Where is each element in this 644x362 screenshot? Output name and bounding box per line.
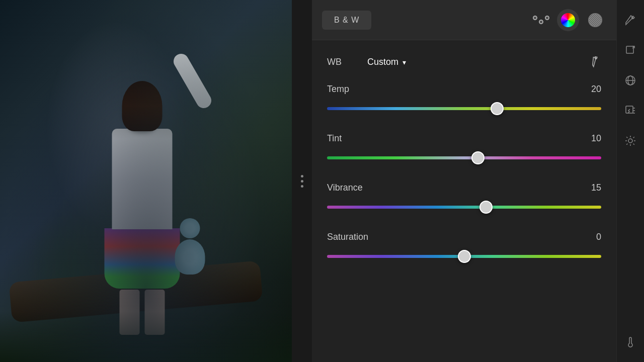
photo-image <box>0 0 292 362</box>
chevron-down-icon: ▾ <box>403 58 406 66</box>
grain-icon <box>588 13 602 27</box>
temp-track <box>327 107 601 110</box>
bw-button[interactable]: B & W <box>322 11 371 30</box>
mixer-icon <box>533 16 549 24</box>
saturation-thumb[interactable] <box>458 250 471 263</box>
svg-line-10 <box>626 137 627 138</box>
right-panel: B & W WB <box>312 0 644 362</box>
svg-rect-0 <box>626 46 633 53</box>
saturation-value: 0 <box>596 232 601 242</box>
vibrance-label: Vibrance <box>327 183 363 193</box>
svg-line-11 <box>633 144 634 145</box>
dot-1 <box>301 175 303 177</box>
eyedropper-side-icon[interactable] <box>620 10 640 30</box>
thermometer-icon[interactable] <box>620 332 640 352</box>
vibrance-value: 15 <box>591 183 601 193</box>
temp-slider[interactable] <box>327 102 601 116</box>
dot-2 <box>301 180 303 183</box>
eyedropper-button[interactable] <box>588 53 604 70</box>
controls-area: B & W WB <box>312 0 616 362</box>
three-dots-menu[interactable] <box>301 175 303 188</box>
tint-label: Tint <box>327 133 342 144</box>
saturation-slider[interactable] <box>327 249 601 263</box>
svg-point-5 <box>628 139 632 143</box>
wb-row: WB Custom ▾ <box>327 55 601 69</box>
wb-value: Custom <box>367 57 398 67</box>
panel-divider <box>292 0 312 362</box>
right-icon-bar <box>616 0 644 362</box>
photo-panel <box>0 0 292 362</box>
vibrance-thumb[interactable] <box>479 201 493 214</box>
temp-slider-row: Temp 20 <box>327 84 601 116</box>
light-icon[interactable] <box>620 131 640 151</box>
dot-3 <box>301 185 303 188</box>
saturation-label: Saturation <box>327 232 368 242</box>
svg-line-13 <box>633 137 634 138</box>
mixer-button[interactable] <box>530 9 552 31</box>
vibrance-track <box>327 206 601 209</box>
tint-slider-row: Tint 10 <box>327 133 601 165</box>
ai-enhance-icon[interactable] <box>620 101 640 121</box>
vibrance-slider[interactable] <box>327 200 601 214</box>
toolbar: B & W <box>312 0 616 40</box>
tint-thumb[interactable] <box>471 151 485 164</box>
vibrance-slider-row: Vibrance 15 <box>327 183 601 214</box>
temp-label: Temp <box>327 84 349 95</box>
wb-label: WB <box>327 57 367 67</box>
effects-button[interactable] <box>584 9 606 31</box>
temp-thumb[interactable] <box>491 102 504 115</box>
rotate-crop-icon[interactable] <box>620 40 640 60</box>
sliders-content: WB Custom ▾ Temp 20 <box>312 40 616 362</box>
masking-icon[interactable] <box>620 70 640 90</box>
tint-track <box>327 156 601 159</box>
wb-dropdown[interactable]: Custom ▾ <box>367 57 590 67</box>
saturation-slider-row: Saturation 0 <box>327 232 601 263</box>
color-wheel-icon <box>561 13 575 27</box>
temp-value: 20 <box>591 84 601 95</box>
tint-value: 10 <box>591 133 601 144</box>
color-wheel-button[interactable] <box>557 9 579 31</box>
svg-line-12 <box>626 144 627 145</box>
tint-slider[interactable] <box>327 151 601 165</box>
